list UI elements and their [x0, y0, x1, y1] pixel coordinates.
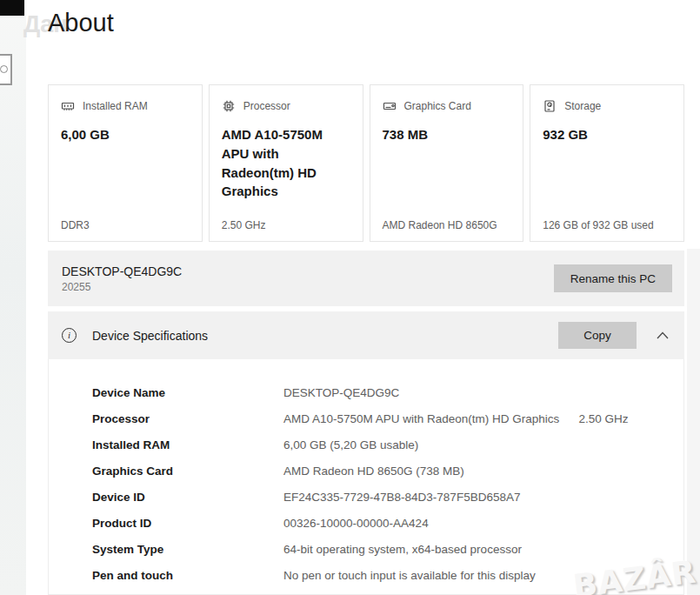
device-name: DESKTOP-QE4DG9C — [62, 264, 182, 278]
info-icon: i — [62, 328, 77, 343]
card-value: AMD A10-5750M APU with Radeon(tm) HD Gra… — [222, 125, 350, 201]
card-footer: AMD Radeon HD 8650G — [383, 219, 497, 231]
processor-speed: 2.50 GHz — [578, 412, 628, 425]
graphics-card-icon — [383, 99, 397, 113]
spec-row-device-name: Device Name DESKTOP-QE4DG9C — [92, 379, 666, 405]
summary-cards: Installed RAM 6,00 GB DDR3 Processor AMD… — [48, 84, 684, 242]
card-label: Storage — [564, 100, 601, 112]
search-icon[interactable] — [0, 54, 12, 85]
card-storage: Storage 932 GB 126 GB of 932 GB used — [530, 84, 684, 242]
spec-row-installed-ram: Installed RAM 6,00 GB (5,20 GB usable) — [92, 431, 666, 458]
copy-button[interactable]: Copy — [558, 322, 637, 349]
device-name-strip: DESKTOP-QE4DG9C 20255 Rename this PC — [48, 251, 684, 306]
processor-icon — [222, 99, 236, 113]
card-installed-ram: Installed RAM 6,00 GB DDR3 — [48, 84, 203, 242]
chevron-up-icon[interactable] — [657, 331, 669, 339]
left-edge-strip — [0, 0, 26, 595]
page-title: About — [48, 9, 114, 37]
card-value: 738 MB — [383, 125, 511, 144]
card-value: 932 GB — [543, 125, 671, 144]
card-label: Installed RAM — [83, 100, 148, 112]
card-processor: Processor AMD A10-5750M APU with Radeon(… — [209, 84, 363, 242]
card-footer: 126 GB of 932 GB used — [543, 219, 653, 231]
ram-icon — [61, 99, 75, 113]
storage-icon — [543, 99, 557, 113]
card-footer: DDR3 — [61, 219, 90, 231]
card-value: 6,00 GB — [61, 125, 190, 144]
right-edge-strip — [687, 249, 700, 595]
spec-row-product-id: Product ID 00326-10000-00000-AA424 — [92, 510, 666, 536]
card-graphics: Graphics Card 738 MB AMD Radeon HD 8650G — [370, 84, 524, 242]
rename-pc-button[interactable]: Rename this PC — [554, 264, 672, 292]
device-specifications-panel: Device Name DESKTOP-QE4DG9C Processor AM… — [48, 359, 684, 595]
card-label: Processor — [243, 100, 290, 112]
spec-row-graphics-card: Graphics Card AMD Radeon HD 8650G (738 M… — [92, 458, 666, 484]
spec-row-processor: Processor AMD A10-5750M APU with Radeon(… — [92, 405, 666, 431]
device-build-number: 20255 — [62, 281, 182, 293]
spec-row-device-id: Device ID EF24C335-7729-47B8-84D3-787F5B… — [92, 484, 666, 510]
magnifier-lens-icon — [0, 65, 8, 73]
card-label: Graphics Card — [404, 100, 471, 112]
corner-black-box — [0, 0, 24, 16]
spec-row-system-type: System Type 64-bit operating system, x64… — [92, 536, 666, 562]
device-specifications-expander[interactable]: i Device Specifications Copy — [48, 311, 684, 359]
card-footer: 2.50 GHz — [222, 219, 266, 231]
spec-section-title: Device Specifications — [92, 329, 208, 343]
